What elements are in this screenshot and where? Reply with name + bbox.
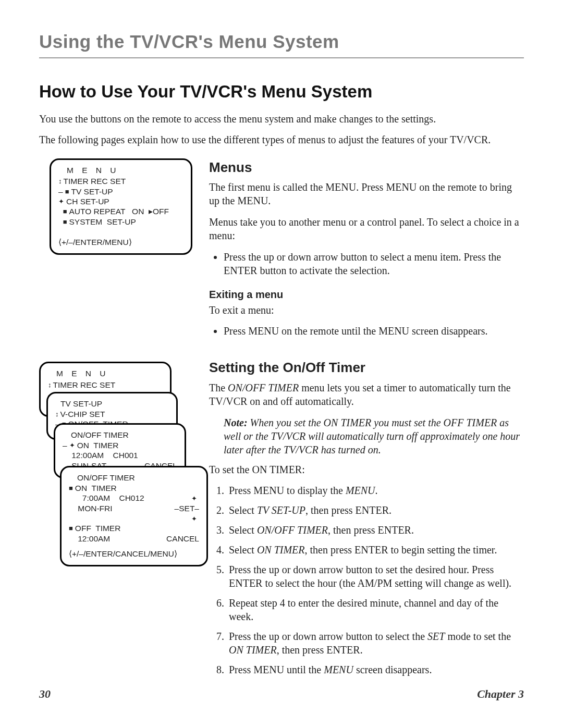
timer-note: Note: When you set the ON TIMER you must…: [224, 416, 524, 456]
section-onoff-timer: M E N U TIMER REC SET TV SET-UP TV SET-U…: [39, 359, 524, 682]
nav-stop-icons: [69, 441, 77, 450]
menus-text: Menus The first menu is called the MENU.…: [209, 158, 524, 341]
step-item: Press MENU to display the MENU.: [227, 484, 524, 497]
osd-footer: ⟨+/–/ENTER/CANCEL/MENU⟩: [69, 549, 199, 559]
arrow-stop-icons: [55, 410, 60, 418]
osd-item: ON TIMER: [69, 483, 199, 493]
osd-title: TV SET-UP: [60, 399, 169, 409]
osd-cancel: CANCEL: [166, 534, 199, 544]
menus-paragraph-1: The first menu is called the MENU. Press…: [209, 180, 524, 208]
osd-title: ON/OFF TIMER: [77, 473, 199, 483]
osd-set: –SET–: [175, 503, 199, 513]
menus-bullets: Press the up or down arrow button to sel…: [209, 250, 524, 277]
nav-cross-icon: [191, 513, 199, 523]
osd-title: ON/OFF TIMER: [71, 430, 177, 440]
step-item: Select ON/OFF TIMER, then press ENTER.: [227, 523, 524, 537]
osd-cascade-figure: M E N U TIMER REC SET TV SET-UP TV SET-U…: [39, 359, 195, 682]
section-menus: M E N U TIMER REC SET TV SET-UP CH SET-U…: [39, 158, 524, 341]
timer-paragraph: The ON/OFF TIMER menu lets you set a tim…: [209, 381, 524, 409]
osd-main-menu: M E N U TIMER REC SET TV SET-UP CH SET-U…: [50, 158, 192, 255]
timer-heading: Setting the On/Off Timer: [209, 359, 524, 376]
osd-onoff-timer-detail: ON/OFF TIMER ON TIMER 7:00AM CH012 MON-F…: [60, 466, 208, 566]
note-label: Note:: [224, 417, 248, 428]
menus-heading: Menus: [209, 158, 524, 176]
osd-item: 7:00AM CH012: [69, 493, 144, 503]
timer-text: Setting the On/Off Timer The ON/OFF TIME…: [209, 359, 524, 682]
stop-icon: [65, 187, 71, 196]
arrow-stop-icons: [48, 380, 53, 389]
osd-item: 12:00AM CH001: [63, 450, 177, 460]
arrow-stop-icons: [58, 177, 64, 186]
timer-steps: Press MENU to display the MENU. Select T…: [209, 484, 524, 676]
intro-paragraph-2: The following pages explain how to use t…: [39, 133, 524, 146]
exiting-intro: To exit a menu:: [209, 303, 524, 317]
stop-icon: [69, 524, 75, 533]
page-heading: How to Use Your TV/VCR's Menu System: [39, 82, 524, 102]
osd-title: M E N U: [56, 368, 163, 378]
osd-item: TV SET-UP: [58, 187, 183, 196]
step-item: Press MENU until the MENU screen disappe…: [227, 663, 524, 676]
stop-icon: [63, 217, 69, 226]
note-body: When you set the ON TIMER you must set t…: [224, 417, 520, 455]
step-item: Select ON TIMER, then press ENTER to beg…: [227, 543, 524, 557]
manual-page: Using the TV/VCR's Menu System How to Us…: [0, 0, 563, 728]
chapter-title: Using the TV/VCR's Menu System: [39, 31, 524, 52]
osd-item: SYSTEM SET-UP: [58, 217, 183, 227]
osd-item: MON-FRI: [69, 503, 113, 513]
page-number: 30: [39, 687, 51, 701]
bullet-item: Press the up or down arrow button to sel…: [224, 250, 524, 277]
nav-cross-icon: [191, 493, 199, 503]
osd-item: TIMER REC SET: [48, 380, 163, 390]
exiting-bullets: Press MENU on the remote until the MENU …: [209, 324, 524, 338]
osd-title: M E N U: [67, 165, 183, 175]
bullet-item: Press MENU on the remote until the MENU …: [224, 324, 524, 338]
osd-item: TIMER REC SET: [58, 176, 183, 186]
page-footer: 30 Chapter 3: [39, 687, 524, 701]
stop-icon: [69, 484, 75, 492]
osd-footer: ⟨+/–/ENTER/MENU⟩: [58, 237, 183, 247]
osd-item: CH SET-UP: [58, 196, 183, 206]
step-item: Select TV SET-UP, then press ENTER.: [227, 503, 524, 517]
osd-item: V-CHIP SET: [55, 409, 169, 419]
osd-item: ON TIMER: [63, 440, 177, 450]
nav-stop-icons: [58, 197, 66, 206]
osd-item: OFF TIMER: [69, 523, 199, 533]
step-item: Repeat step 4 to enter the desired minut…: [227, 596, 524, 623]
intro-paragraph-1: You use the buttons on the remote to acc…: [39, 112, 524, 126]
osd-item: AUTO REPEAT ON ▸OFF: [58, 206, 183, 216]
osd-item: 12:00AM: [69, 534, 110, 544]
title-rule: [39, 57, 524, 58]
timer-set-intro: To set the ON TIMER:: [209, 463, 524, 476]
stop-icon: [63, 207, 69, 216]
chapter-label: Chapter 3: [477, 687, 524, 701]
menus-paragraph-2: Menus take you to another menu or a cont…: [209, 215, 524, 243]
osd-menu-figure: M E N U TIMER REC SET TV SET-UP CH SET-U…: [39, 158, 195, 341]
exiting-heading: Exiting a menu: [209, 288, 524, 301]
step-item: Press the up or down arrow button to sel…: [227, 630, 524, 657]
step-item: Press the up or down arrow button to set…: [227, 563, 524, 590]
intro-block: You use the buttons on the remote to acc…: [39, 112, 524, 147]
